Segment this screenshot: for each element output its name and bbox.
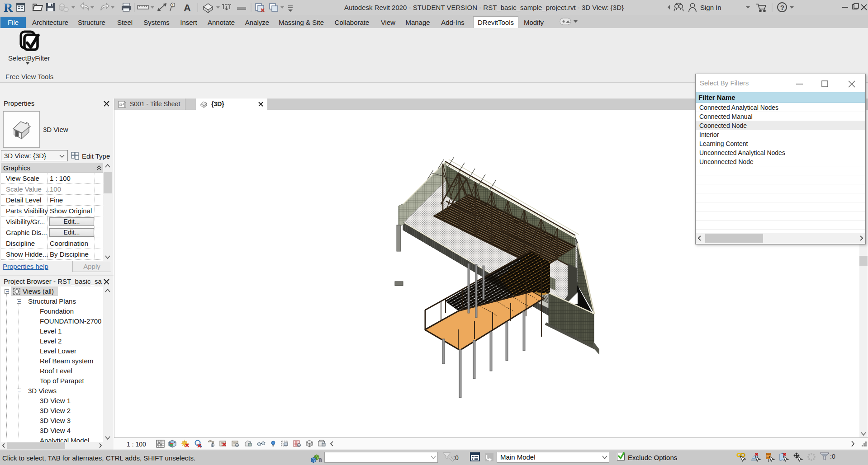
svg-text:1: 1 <box>172 3 174 8</box>
svg-text::0: :0 <box>830 453 835 460</box>
svg-text:A: A <box>184 2 191 14</box>
svg-text:?: ? <box>780 4 784 11</box>
svg-text:Sign In: Sign In <box>700 4 721 11</box>
svg-text:R: R <box>4 0 13 14</box>
